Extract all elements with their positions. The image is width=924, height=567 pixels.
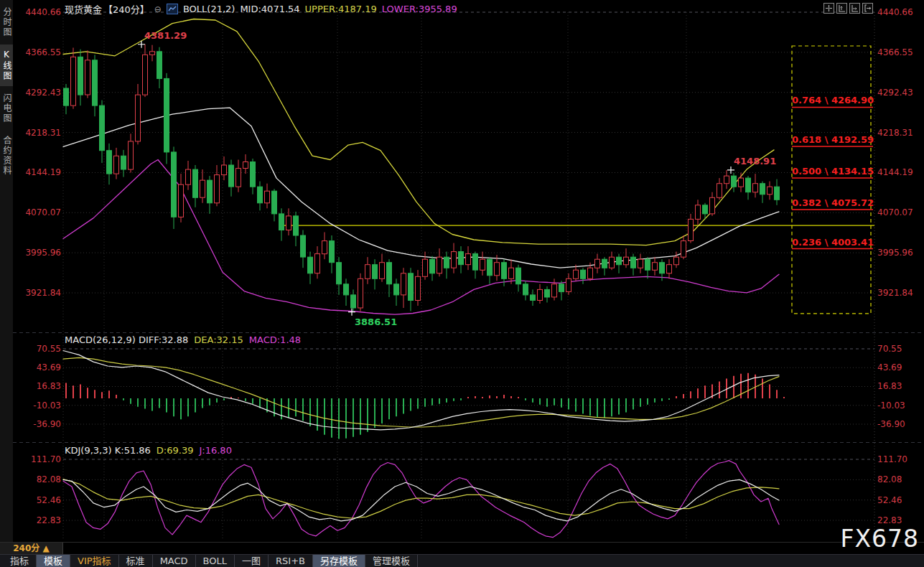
toolbar-tab[interactable]: BOLL (196, 555, 235, 567)
boll-lower-value: LOWER:3955.89 (382, 4, 457, 14)
sidebar-item-tab[interactable]: 闪电图 (0, 88, 13, 128)
toolbar-tab[interactable]: 另存模板 (313, 555, 365, 567)
toolbar-tab[interactable]: 标准 (119, 555, 153, 567)
time-axis-row: 240分 ▲ (0, 542, 924, 554)
period-label: 240分 (13, 543, 39, 553)
kdj-name-and-k: KDJ(9,3,3) K:51.86 (65, 445, 151, 456)
window-tool-icons (823, 3, 873, 14)
sidebar-item-active[interactable]: K线图 (0, 44, 13, 86)
brand-watermark: FX678 (840, 525, 919, 553)
boll-upper-value: UPPER:4187.19 (305, 4, 377, 14)
macd-name-and-diff: MACD(26,12,9) DIFF:32.88 (65, 334, 188, 345)
sidebar-item-tab[interactable]: 合约资料 (0, 131, 13, 181)
toolbar-tab[interactable]: 指标 (3, 555, 37, 567)
collapse-indicator-icon[interactable]: ⊖ (154, 4, 162, 14)
macd-dea-value: DEA:32.15 (194, 334, 243, 345)
toolbar-tab[interactable]: RSI+B (269, 555, 313, 567)
period-arrow-icon: ▲ (43, 543, 50, 553)
chart-type-icon[interactable] (167, 4, 178, 14)
macd-value: MACD:1.48 (249, 334, 301, 345)
period-tag: 【240分】 (103, 2, 149, 16)
toolbar-tab[interactable]: MACD (153, 555, 196, 567)
kdj-panel-header: KDJ(9,3,3) K:51.86 D:69.39 J:16.80 (65, 445, 232, 456)
scale-left-axis-icon[interactable] (836, 3, 847, 14)
chart-canvas[interactable] (0, 0, 924, 567)
sidebar-item-tab[interactable]: 分时图 (0, 2, 13, 42)
chart-header: 现货黄金 【240分】 ⊖ BOLL(21,2) MID:4071.54 UPP… (65, 2, 457, 16)
toolbar-tab[interactable]: 一图 (235, 555, 269, 567)
toolbar-tab[interactable]: 模板 (37, 555, 70, 567)
period-selector[interactable]: 240分 ▲ (0, 543, 63, 554)
scale-right-axis-icon[interactable] (849, 3, 860, 14)
kdj-d-value: D:69.39 (157, 445, 194, 456)
symbol-title: 现货黄金 (65, 2, 102, 16)
toolbar-tab[interactable]: 管理模板 (365, 555, 418, 567)
boll-mid-value: MID:4071.54 (240, 4, 299, 14)
trading-app-window: 0.764 \ 4264.900.618 \ 4192.590.500 \ 41… (0, 0, 924, 567)
chart-type-sidebar: 分时图K线图闪电图合约资料 (0, 0, 13, 542)
exit-right-icon[interactable] (862, 3, 873, 14)
macd-panel-header: MACD(26,12,9) DIFF:32.88 DEA:32.15 MACD:… (65, 334, 301, 345)
kdj-j-value: J:16.80 (199, 445, 231, 456)
boll-indicator-label: BOLL(21,2) (183, 4, 235, 14)
crosshair-icon[interactable] (823, 3, 834, 14)
toolbar-tab[interactable]: VIP指标 (70, 555, 119, 567)
bottom-toolbar: 指标模板VIP指标标准MACDBOLL一图RSI+B另存模板管理模板 (0, 554, 924, 567)
